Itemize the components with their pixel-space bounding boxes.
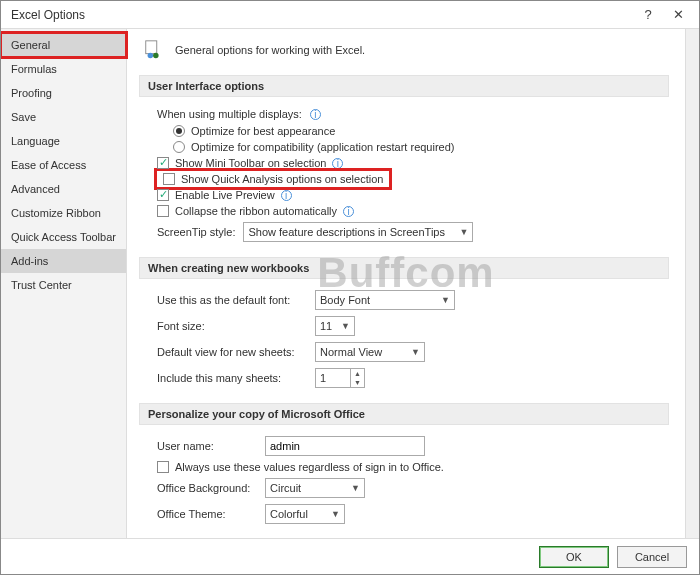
chevron-down-icon: ▼: [351, 483, 360, 493]
section-ui-options: User Interface options: [139, 75, 669, 97]
section-new-workbooks: When creating new workbooks: [139, 257, 669, 279]
chevron-down-icon: ▼: [441, 295, 450, 305]
default-font-select[interactable]: Body Font▼: [315, 290, 455, 310]
sidebar-item-label: Ease of Access: [11, 159, 86, 171]
chevron-down-icon: ▼: [460, 227, 469, 237]
screentip-style-label: ScreenTip style:: [157, 226, 235, 238]
chevron-down-icon: ▼: [411, 347, 420, 357]
button-label: OK: [566, 551, 582, 563]
category-sidebar: General Formulas Proofing Save Language …: [1, 29, 127, 538]
sidebar-item-label: Advanced: [11, 183, 60, 195]
help-icon[interactable]: ?: [633, 7, 663, 22]
button-label: Cancel: [635, 551, 669, 563]
select-value: Normal View: [320, 346, 382, 358]
check-collapse-ribbon[interactable]: Collapse the ribbon automaticallyi: [157, 203, 661, 219]
info-icon[interactable]: i: [343, 206, 354, 217]
font-size-label: Font size:: [157, 320, 307, 332]
sidebar-item-advanced[interactable]: Advanced: [1, 177, 126, 201]
sidebar-item-label: Proofing: [11, 87, 52, 99]
dialog-footer: OK Cancel: [1, 538, 699, 574]
radio-label: Optimize for best appearance: [191, 125, 335, 137]
info-icon[interactable]: i: [332, 158, 343, 169]
sheets-count-spinner[interactable]: 1▲▼: [315, 368, 365, 388]
svg-rect-0: [146, 41, 157, 54]
chevron-down-icon: ▼: [331, 509, 340, 519]
radio-label: Optimize for compatibility (application …: [191, 141, 455, 153]
checkbox-label: Collapse the ribbon automatically: [175, 205, 337, 217]
info-icon[interactable]: i: [281, 190, 292, 201]
spinner-down-icon[interactable]: ▼: [351, 378, 364, 387]
sheets-count-label: Include this many sheets:: [157, 372, 307, 384]
checkbox-label: Always use these values regardless of si…: [175, 461, 444, 473]
sidebar-item-customize-ribbon[interactable]: Customize Ribbon: [1, 201, 126, 225]
checkbox-icon: [157, 205, 169, 217]
select-value: Colorful: [270, 508, 308, 520]
sidebar-item-trust-center[interactable]: Trust Center: [1, 273, 126, 297]
chevron-down-icon: ▼: [341, 321, 350, 331]
checkbox-label: Enable Live Preview: [175, 189, 275, 201]
select-value: Circuit: [270, 482, 301, 494]
sidebar-item-language[interactable]: Language: [1, 129, 126, 153]
cancel-button[interactable]: Cancel: [617, 546, 687, 568]
multi-display-label: When using multiple displays:: [157, 108, 302, 120]
panel-subtitle: General options for working with Excel.: [175, 44, 365, 56]
sidebar-item-save[interactable]: Save: [1, 105, 126, 129]
section-personalize: Personalize your copy of Microsoft Offic…: [139, 403, 669, 425]
checkbox-icon: [157, 189, 169, 201]
sidebar-item-label: Customize Ribbon: [11, 207, 101, 219]
sidebar-item-label: Add-ins: [11, 255, 48, 267]
default-font-label: Use this as the default font:: [157, 294, 307, 306]
close-icon[interactable]: ✕: [663, 7, 693, 22]
sidebar-item-general[interactable]: General: [1, 33, 126, 57]
options-panel: Buffcom General options for working with…: [127, 29, 685, 538]
select-value: Body Font: [320, 294, 370, 306]
user-name-label: User name:: [157, 440, 257, 452]
sidebar-item-add-ins[interactable]: Add-ins: [1, 249, 126, 273]
sidebar-item-label: Save: [11, 111, 36, 123]
screentip-style-select[interactable]: Show feature descriptions in ScreenTips▼: [243, 222, 473, 242]
new-workbooks-body: Use this as the default font:Body Font▼ …: [139, 285, 669, 399]
radio-compatibility[interactable]: Optimize for compatibility (application …: [157, 139, 661, 155]
checkbox-label: Show Mini Toolbar on selection: [175, 157, 326, 169]
user-name-input[interactable]: [265, 436, 425, 456]
ok-button[interactable]: OK: [539, 546, 609, 568]
title-bar: Excel Options ? ✕: [1, 1, 699, 29]
sidebar-item-label: Formulas: [11, 63, 57, 75]
svg-point-1: [148, 53, 154, 59]
sidebar-item-proofing[interactable]: Proofing: [1, 81, 126, 105]
check-mini-toolbar[interactable]: Show Mini Toolbar on selectioni: [157, 155, 661, 171]
check-quick-analysis[interactable]: Show Quick Analysis options on selection: [157, 171, 389, 187]
checkbox-icon: [163, 173, 175, 185]
svg-point-2: [153, 53, 159, 59]
check-live-preview[interactable]: Enable Live Previewi: [157, 187, 661, 203]
radio-best-appearance[interactable]: Optimize for best appearance: [157, 123, 661, 139]
sidebar-item-ease-of-access[interactable]: Ease of Access: [1, 153, 126, 177]
check-always-use-values[interactable]: Always use these values regardless of si…: [157, 459, 661, 475]
spinner-up-icon[interactable]: ▲: [351, 369, 364, 378]
office-theme-label: Office Theme:: [157, 508, 257, 520]
select-value: 11: [320, 320, 332, 332]
general-options-icon: [143, 39, 165, 61]
radio-icon: [173, 141, 185, 153]
sidebar-item-formulas[interactable]: Formulas: [1, 57, 126, 81]
font-size-select[interactable]: 11▼: [315, 316, 355, 336]
office-background-select[interactable]: Circuit▼: [265, 478, 365, 498]
personalize-body: User name: Always use these values regar…: [139, 431, 669, 535]
checkbox-icon: [157, 461, 169, 473]
sidebar-item-label: Quick Access Toolbar: [11, 231, 116, 243]
excel-options-dialog: Excel Options ? ✕ General Formulas Proof…: [0, 0, 700, 575]
radio-icon: [173, 125, 185, 137]
default-view-select[interactable]: Normal View▼: [315, 342, 425, 362]
vertical-scrollbar[interactable]: [685, 29, 699, 538]
office-background-label: Office Background:: [157, 482, 257, 494]
sidebar-item-quick-access-toolbar[interactable]: Quick Access Toolbar: [1, 225, 126, 249]
office-theme-select[interactable]: Colorful▼: [265, 504, 345, 524]
sidebar-item-label: Trust Center: [11, 279, 72, 291]
sidebar-item-label: General: [11, 39, 50, 51]
select-value: Show feature descriptions in ScreenTips: [248, 226, 444, 238]
default-view-label: Default view for new sheets:: [157, 346, 307, 358]
sidebar-item-label: Language: [11, 135, 60, 147]
checkbox-icon: [157, 157, 169, 169]
info-icon[interactable]: i: [310, 109, 321, 120]
spinner-value: 1: [320, 372, 326, 384]
